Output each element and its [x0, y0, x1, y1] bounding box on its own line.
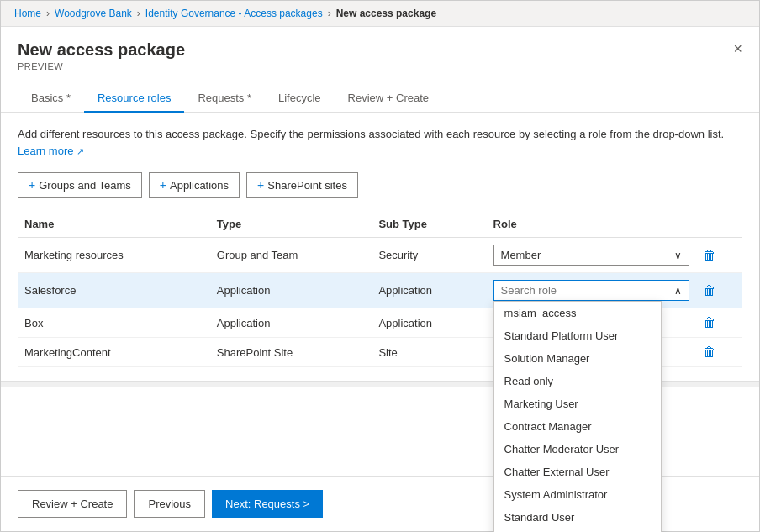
tabs-bar: Basics * Resource roles Requests * Lifec…	[1, 85, 759, 113]
dropdown-item[interactable]: Standard User	[494, 506, 661, 529]
add-applications-button[interactable]: + Applications	[149, 172, 240, 198]
cell-name: MarketingContent	[18, 338, 210, 367]
role-dropdown-menu: msiam_access Standard Platform User Solu…	[493, 301, 662, 532]
tab-review-create[interactable]: Review + Create	[335, 85, 442, 113]
review-create-button[interactable]: Review + Create	[18, 490, 127, 518]
plus-icon-groups: +	[29, 178, 35, 192]
content-area: Add different resources to this access p…	[1, 113, 759, 381]
cell-name: Marketing resources	[18, 238, 210, 273]
col-type: Type	[210, 211, 372, 238]
cell-delete: 🗑	[696, 308, 742, 338]
delete-icon[interactable]: 🗑	[703, 248, 716, 262]
chevron-up-icon: ∧	[674, 285, 682, 297]
panel-header: New access package PREVIEW ×	[1, 27, 759, 71]
tab-lifecycle[interactable]: Lifecycle	[265, 85, 335, 113]
col-role: Role	[487, 211, 697, 238]
tab-requests[interactable]: Requests *	[184, 85, 265, 113]
dropdown-item[interactable]: Contract Manager	[494, 415, 661, 438]
cell-role: ∧ msiam_access Standard Platform User So…	[487, 273, 697, 308]
breadcrumb-identity-governance[interactable]: Identity Governance - Access packages	[145, 8, 323, 19]
cell-type: Application	[210, 308, 372, 338]
cell-type: Application	[210, 273, 372, 308]
main-window: Home › Woodgrove Bank › Identity Governa…	[0, 0, 760, 532]
role-value: Member	[501, 249, 541, 261]
cell-subtype: Application	[372, 308, 486, 338]
tab-resource-roles[interactable]: Resource roles	[84, 85, 184, 113]
breadcrumb-current: New access package	[336, 8, 436, 19]
cell-role: Member ∨	[487, 238, 697, 273]
cell-subtype: Site	[372, 338, 486, 367]
dropdown-item[interactable]: Standard Platform User	[494, 324, 661, 347]
close-button[interactable]: ×	[733, 40, 742, 58]
cell-type: SharePoint Site	[210, 338, 372, 367]
delete-icon[interactable]: 🗑	[703, 315, 716, 329]
cell-delete: 🗑	[696, 238, 742, 273]
breadcrumb: Home › Woodgrove Bank › Identity Governa…	[1, 1, 759, 27]
breadcrumb-woodgrove[interactable]: Woodgrove Bank	[55, 8, 132, 19]
role-search-dropdown[interactable]: ∧	[493, 280, 690, 301]
next-button[interactable]: Next: Requests >	[212, 490, 323, 518]
cell-subtype: Application	[372, 273, 486, 308]
dropdown-item[interactable]: Chatter External User	[494, 461, 661, 483]
col-subtype: Sub Type	[372, 211, 486, 238]
breadcrumb-home[interactable]: Home	[14, 8, 41, 19]
cell-name: Salesforce	[18, 273, 210, 308]
role-search-container: ∧ msiam_access Standard Platform User So…	[493, 280, 690, 301]
action-buttons: + Groups and Teams + Applications + Shar…	[18, 172, 742, 198]
dropdown-item[interactable]: msiam_access	[494, 302, 661, 324]
search-role-input[interactable]	[501, 284, 585, 297]
resources-table: Name Type Sub Type Role Marketing resour…	[18, 211, 742, 367]
add-sharepoint-label: SharePoint sites	[267, 179, 347, 192]
panel-subtitle: PREVIEW	[18, 61, 742, 71]
dropdown-item[interactable]: Solution Manager	[494, 347, 661, 370]
delete-icon[interactable]: 🗑	[703, 283, 716, 298]
role-dropdown-member[interactable]: Member ∨	[493, 245, 690, 266]
cell-type: Group and Team	[210, 238, 372, 273]
plus-icon-sharepoint: +	[257, 178, 264, 192]
description-text: Add different resources to this access p…	[18, 126, 742, 159]
tab-basics[interactable]: Basics *	[18, 85, 84, 113]
add-applications-label: Applications	[170, 179, 229, 192]
dropdown-item[interactable]: Chatter Moderator User	[494, 438, 661, 461]
plus-icon-apps: +	[160, 178, 166, 192]
panel-title: New access package	[18, 40, 742, 60]
col-name: Name	[18, 211, 210, 238]
table-row: Salesforce Application Application ∧ msi…	[18, 273, 742, 308]
dropdown-item[interactable]: Read only	[494, 370, 661, 392]
cell-delete: 🗑	[696, 338, 742, 367]
add-sharepoint-button[interactable]: + SharePoint sites	[246, 172, 358, 198]
col-actions	[696, 211, 742, 238]
table-row: Marketing resources Group and Team Secur…	[18, 238, 742, 273]
delete-icon[interactable]: 🗑	[703, 345, 716, 359]
dropdown-item[interactable]: Marketing User	[494, 392, 661, 415]
cell-delete: 🗑	[696, 273, 742, 308]
previous-button[interactable]: Previous	[134, 490, 205, 518]
dropdown-item[interactable]: System Administrator	[494, 483, 661, 506]
add-groups-teams-button[interactable]: + Groups and Teams	[18, 172, 142, 198]
chevron-down-icon: ∨	[674, 250, 682, 261]
cell-subtype: Security	[372, 238, 486, 273]
cell-name: Box	[18, 308, 210, 338]
dropdown-item[interactable]: Chatter Free User	[494, 529, 661, 532]
learn-more-link[interactable]: Learn more	[18, 145, 84, 157]
add-groups-label: Groups and Teams	[39, 179, 131, 192]
